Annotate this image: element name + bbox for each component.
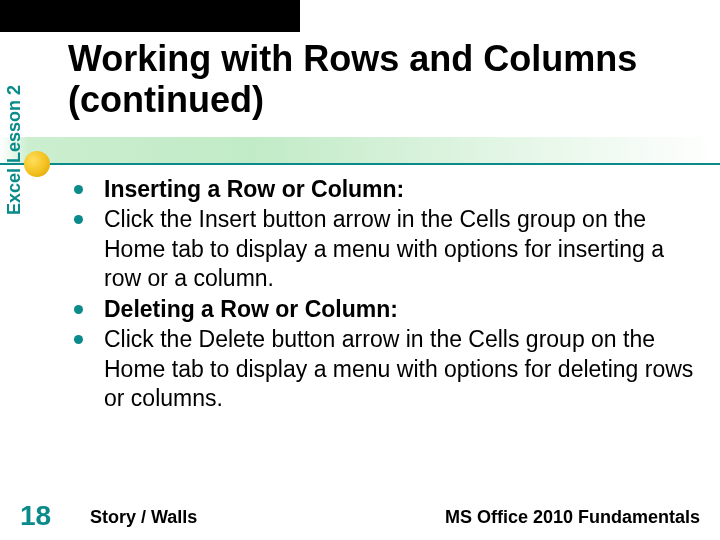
list-item: Click the Insert button arrow in the Cel… [70,205,700,293]
top-black-bar [0,0,300,32]
bullet-icon [74,335,83,344]
bullet-icon [74,305,83,314]
bullet-icon [74,185,83,194]
slide-number: 18 [20,500,51,532]
bullet-icon [74,215,83,224]
title-rule [0,163,720,165]
title-highlight-band [0,137,720,163]
footer: 18 Story / Walls MS Office 2010 Fundamen… [0,498,720,540]
bullet-text: Deleting a Row or Column: [104,296,398,322]
list-item: Deleting a Row or Column: [70,295,700,324]
footer-book-title: MS Office 2010 Fundamentals [445,507,700,528]
bullet-text: Click the Insert button arrow in the Cel… [104,206,664,291]
content-area: Inserting a Row or Column: Click the Ins… [70,175,700,490]
sidebar-lesson-label: Excel Lesson 2 [4,50,25,250]
title-dot-icon [24,151,50,177]
bullet-text: Inserting a Row or Column: [104,176,404,202]
bullet-list: Inserting a Row or Column: Click the Ins… [70,175,700,414]
bullet-text: Click the Delete button arrow in the Cel… [104,326,693,411]
title-area: Working with Rows and Columns (continued… [0,32,720,167]
slide-title: Working with Rows and Columns (continued… [68,38,700,121]
list-item: Click the Delete button arrow in the Cel… [70,325,700,413]
footer-author: Story / Walls [90,507,197,528]
list-item: Inserting a Row or Column: [70,175,700,204]
